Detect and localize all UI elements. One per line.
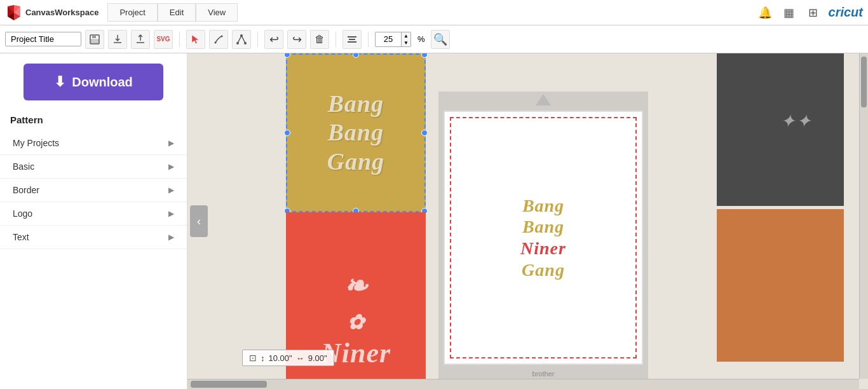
card-white-inner: BangBang Niner Gang bbox=[444, 111, 643, 365]
sidebar-item-my-projects-arrow: ▶ bbox=[168, 139, 174, 147]
main-layout: ⬇ Download Pattern My Projects ▶ Basic ▶… bbox=[0, 53, 868, 389]
sidebar-item-logo-label: Logo bbox=[13, 208, 32, 219]
card-gold-text: BangBangGang bbox=[327, 90, 385, 177]
card-gold[interactable]: BangBangGang bbox=[286, 53, 426, 212]
zoom-fit-btn[interactable]: 🔍 bbox=[431, 30, 450, 49]
svg-point-13 bbox=[236, 42, 239, 44]
sidebar-item-basic-label: Basic bbox=[13, 161, 34, 172]
sidebar-item-basic[interactable]: Basic ▶ bbox=[0, 155, 187, 179]
save-icon bbox=[89, 34, 100, 45]
svg-rect-8 bbox=[92, 35, 96, 38]
download-button[interactable]: ⬇ Download bbox=[24, 64, 163, 100]
svg-rect-17 bbox=[348, 41, 356, 43]
export-icon-btn[interactable] bbox=[108, 30, 127, 49]
dimension-width-value: 9.00" bbox=[308, 353, 327, 363]
handle-top-right[interactable] bbox=[421, 53, 428, 58]
toolbar-separator-3 bbox=[336, 32, 336, 47]
card-white-nav-up[interactable] bbox=[536, 94, 551, 106]
topbar-right-area: 🔔 ▦ ⊞ cricut bbox=[756, 4, 863, 22]
sidebar-item-text[interactable]: Text ▶ bbox=[0, 226, 187, 249]
select-tool-btn[interactable] bbox=[186, 30, 205, 49]
dimension-height-label: ↕ bbox=[261, 353, 265, 363]
nodes-icon bbox=[236, 34, 247, 45]
scrollbar-thumb-vertical[interactable] bbox=[861, 57, 867, 107]
scrollbar-thumb-horizontal[interactable] bbox=[191, 381, 267, 388]
zoom-down-btn[interactable]: ▼ bbox=[402, 39, 410, 46]
canvas-scrollbar-vertical[interactable] bbox=[859, 53, 868, 379]
card-white-wrapper: BangBang Niner Gang brother bbox=[438, 92, 648, 379]
tab-view[interactable]: View bbox=[196, 3, 238, 22]
save-icon-btn[interactable] bbox=[85, 30, 104, 49]
card-dark[interactable]: ✦✦ bbox=[717, 53, 844, 206]
canvas-prev-btn[interactable]: ‹ bbox=[190, 205, 208, 237]
zoom-up-btn[interactable]: ▲ bbox=[402, 32, 410, 39]
svg-rect-15 bbox=[348, 36, 356, 38]
import-icon bbox=[135, 34, 146, 45]
handle-top-mid[interactable] bbox=[353, 53, 359, 58]
sidebar-item-my-projects[interactable]: My Projects ▶ bbox=[0, 132, 187, 155]
svg-point-10 bbox=[215, 41, 217, 43]
toolbar-separator-4 bbox=[368, 32, 369, 47]
zoom-arrows: ▲ ▼ bbox=[401, 32, 410, 46]
sidebar-item-basic-arrow: ▶ bbox=[168, 162, 174, 171]
canvas-scrollbar-horizontal[interactable] bbox=[187, 379, 859, 389]
zoom-input[interactable] bbox=[376, 32, 401, 46]
svg-point-12 bbox=[240, 34, 243, 37]
app-logo-icon bbox=[5, 4, 23, 22]
sidebar-item-logo-arrow: ▶ bbox=[168, 209, 174, 218]
sidebar-item-text-label: Text bbox=[13, 232, 29, 242]
toolbar-separator-1 bbox=[179, 32, 180, 47]
import-icon-btn[interactable] bbox=[131, 30, 150, 49]
handle-top-left[interactable] bbox=[284, 53, 290, 58]
design-canvas: BangBangGang ❧ ✿ Niner BangBang Nin bbox=[213, 53, 859, 379]
align-btn[interactable] bbox=[342, 30, 362, 49]
toolbar: SVG ↩ ↪ 🗑 ▲ bbox=[0, 25, 868, 53]
pen-icon bbox=[213, 34, 224, 45]
delete-btn[interactable]: 🗑 bbox=[310, 30, 329, 49]
redo-btn[interactable]: ↪ bbox=[287, 30, 306, 49]
select-icon bbox=[190, 34, 201, 45]
undo-btn[interactable]: ↩ bbox=[264, 30, 283, 49]
notification-icon[interactable]: 🔔 bbox=[756, 4, 774, 22]
sidebar-item-border[interactable]: Border ▶ bbox=[0, 179, 187, 202]
zoom-control: ▲ ▼ bbox=[375, 32, 411, 47]
handle-mid-right[interactable] bbox=[421, 130, 428, 136]
dimension-box: ⊡ ↕ 10.00" ↔ 9.00" bbox=[242, 350, 334, 366]
tab-project[interactable]: Project bbox=[107, 3, 157, 22]
sidebar-item-text-arrow: ▶ bbox=[168, 233, 174, 242]
sidebar-item-border-label: Border bbox=[13, 185, 39, 195]
svg-rect-16 bbox=[349, 39, 355, 40]
grid-icon[interactable]: ⊞ bbox=[804, 4, 822, 22]
card-dark-text: ✦✦ bbox=[780, 111, 812, 132]
app-name-label: CanvasWorkspace bbox=[25, 8, 98, 17]
pattern-section-label: Pattern bbox=[0, 111, 187, 132]
card-white-footer: brother bbox=[438, 367, 648, 379]
sidebar-item-border-arrow: ▶ bbox=[168, 186, 174, 194]
sidebar-item-logo[interactable]: Logo ▶ bbox=[0, 202, 187, 226]
layers-icon[interactable]: ▦ bbox=[780, 4, 798, 22]
export-icon bbox=[112, 34, 123, 45]
svg-point-11 bbox=[221, 35, 223, 37]
app-logo: CanvasWorkspace bbox=[5, 4, 98, 22]
download-label: Download bbox=[72, 75, 133, 90]
project-title-input[interactable] bbox=[5, 32, 81, 46]
toolbar-separator-2 bbox=[257, 32, 258, 47]
dimension-icon: ⊡ bbox=[249, 353, 257, 363]
svg-icon-btn[interactable]: SVG bbox=[154, 30, 173, 49]
canvas-area[interactable]: ‹ BangBangGang ❧ ✿ bbox=[187, 53, 868, 389]
sidebar-menu: My Projects ▶ Basic ▶ Border ▶ Logo ▶ Te… bbox=[0, 132, 187, 389]
download-icon: ⬇ bbox=[54, 74, 65, 90]
edit-nodes-btn[interactable] bbox=[232, 30, 251, 49]
card-white-border bbox=[450, 117, 637, 358]
svg-point-14 bbox=[244, 42, 247, 44]
card-brown[interactable]: ✦✦ bbox=[717, 209, 844, 362]
tab-edit[interactable]: Edit bbox=[158, 3, 196, 22]
handle-mid-left[interactable] bbox=[284, 130, 290, 136]
dimension-width-label: ↔ bbox=[296, 353, 304, 363]
align-icon bbox=[346, 34, 358, 45]
pen-tool-btn[interactable] bbox=[209, 30, 228, 49]
sidebar-item-my-projects-label: My Projects bbox=[13, 138, 59, 148]
cricut-logo: cricut bbox=[829, 5, 863, 20]
zoom-unit-label: % bbox=[415, 34, 428, 44]
svg-rect-9 bbox=[91, 39, 98, 43]
